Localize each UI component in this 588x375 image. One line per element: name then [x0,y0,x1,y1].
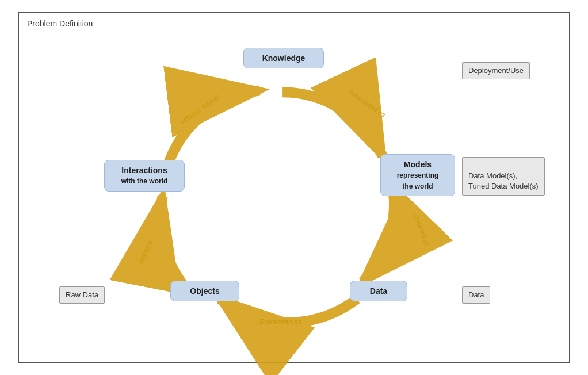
arc-label-processed-as: Processed as [259,318,301,326]
circular-diagram-svg [19,30,569,362]
node-objects: Objects [170,281,239,301]
side-label-data-right: Data [462,286,490,304]
node-models: Models representingthe world [380,154,455,196]
outer-frame: Problem Definition [18,12,570,363]
side-label-data-models: Data Model(s), Tuned Data Model(s) [462,157,545,196]
frame-label: Problem Definition [27,19,93,28]
side-label-deployment: Deployment/Use [462,62,530,79]
arc-produce [161,196,185,288]
node-interactions: Interactions with the world [104,160,185,192]
diagram: Knowledge Models representingthe world D… [19,30,569,362]
side-label-raw-data: Raw Data [59,286,105,304]
node-data: Data [350,281,407,301]
node-knowledge: Knowledge [243,48,324,68]
